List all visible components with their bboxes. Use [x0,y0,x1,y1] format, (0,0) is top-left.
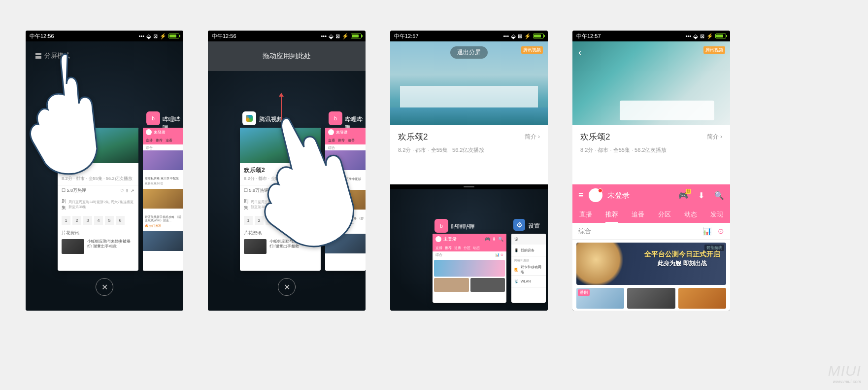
recent-app-settings[interactable]: 设 📱我的设备 网络和连接 📶双卡和移动网络 📡WLAN [511,234,546,303]
bilibili-tabs: 直播 推荐 追番 分区 动态 发现 [572,206,730,223]
phone-1-recents: 中午12:56 ••• ⬙ ⊠ ⚡ 分屏模式 欢乐颂2 8.2分 · 都市 · … [26,31,183,311]
video-title: 欢乐颂2 [580,131,610,142]
video-meta: 8.2分 · 都市 · 全55集 · 56.2亿次播放 [398,146,540,154]
video-grid: 番剧 [572,288,730,309]
recents-background: 拖动应用到此处 腾讯视频 欢乐颂2 8.2分 · 都市 · 全55集 · 56.… [208,41,366,311]
bilibili-header: ≡ 未登录 🎮新 ⬇ 🔍 [572,184,730,206]
recent-app-bilibili[interactable]: 未登录🎮⬇🔍 直播推荐追番分区动态 综合📊 ⊙ [433,234,506,303]
drag-arrow-icon [281,96,282,120]
video-title: 欢乐颂2 [398,131,428,142]
tab-bangumi[interactable]: 追番 [632,210,644,219]
split-mode-label: 分屏模式 [44,51,70,60]
recent-app-tencent[interactable]: 欢乐颂2 8.2分 · 都市 · 全55集 · 56.2亿次播放 ☐ 5.8万热… [58,128,138,271]
drop-zone[interactable]: 拖动应用到此处 [208,41,366,71]
recent-app-bilibili[interactable]: 未登录 直播推荐追番 综合 甜甜私房菜 第三季 中配版 更新至第16话 碧蓝航线… [325,128,366,271]
bilibili-subheader: 综合 📊 ⊙ [572,223,730,240]
banner-line1: 全平台公测今日正式开启 [644,249,720,259]
eps-note: 周日至周五晚24时更新2集, 周六7集连播更新至第38集 [68,200,134,210]
tencent-app-label: 腾讯视频 [259,115,283,124]
status-bar: 中午12:56 •••⬙⊠⚡ [208,31,366,41]
status-bar: 中午12:57 •••⬙⊠⚡ [572,31,730,41]
settings-item: 📶双卡和移动网络 [511,264,546,276]
settings-item: 📡WLAN [511,276,546,287]
phone-3-split-active: 中午12:57 •••⬙⊠⚡ 退出分屏 腾讯视频 欢乐颂2 简介 › 8.2分 … [390,31,548,311]
game-icon[interactable]: 🎮新 [678,191,688,200]
settings-item: 📱我的设备 [511,245,546,256]
news-thumb [62,239,84,254]
split-bottom-recents[interactable]: b 哔哩哔哩 未登录🎮⬇🔍 直播推荐追番分区动态 综合📊 ⊙ ⚙ 设置 设 📱我… [390,189,548,311]
status-bar: 中午12:56 ••• ⬙ ⊠ ⚡ [26,31,183,41]
video-player[interactable]: ‹ 腾讯视频 [572,41,730,125]
back-button[interactable]: ‹ [578,47,581,58]
bilibili-app-icon: b [434,219,448,233]
split-top-app-tencent[interactable]: ‹ 腾讯视频 欢乐颂2 简介 › 8.2分 · 都市 · 全55集 · 56.2… [572,41,730,184]
settings-app-icon: ⚙ [513,219,525,231]
bolt-icon: ⚡ [160,33,167,39]
promo-banner[interactable]: 碧蓝航线 全平台公测今日正式开启 此身为舰 即刻出战 [576,243,726,285]
split-bottom-app-bilibili[interactable]: ≡ 未登录 🎮新 ⬇ 🔍 直播 推荐 追番 分区 动态 发现 综合 📊 ⊙ 碧蓝… [572,184,730,311]
avatar[interactable] [589,188,602,202]
tab-live[interactable]: 直播 [579,210,592,219]
recent-app-bilibili[interactable]: 未登录 直播推荐追番 综合 甜甜私房菜 第三季 中配版 更新至第16话 碧蓝航线… [143,128,183,271]
drop-hint-label: 拖动应用到此处 [263,52,311,61]
video-meta: 8.2分 · 都市 · 全55集 · 56.2亿次播放 [58,176,138,185]
action-icons: ♡ ⇪ ↗ [120,188,134,193]
bilibili-app-icon: b [146,111,160,125]
battery-icon [168,34,179,38]
watermark-label: 腾讯视频 [521,46,543,54]
bilibili-app-icon: b [329,111,342,125]
sub-label[interactable]: 综合 [578,227,591,236]
settings-app-label: 设置 [528,222,540,230]
intro-button[interactable]: 简介 › [707,133,722,141]
video-thumbnail [58,128,138,163]
wifi-icon: ⬙ [146,33,151,39]
more-icon: ••• [138,33,144,39]
search-icon[interactable]: 🔍 [714,191,724,200]
download-icon[interactable]: ⬇ [698,191,704,200]
exit-split-button[interactable]: 退出分屏 [450,46,488,59]
rank-icon[interactable]: 📊 [702,227,712,236]
video-title: 欢乐颂2 [58,163,138,176]
banner-line2: 此身为舰 即刻出战 [644,259,720,268]
news-item[interactable]: 小蚯蚓应勤与未婚妻被暴打! 谢童出手相救 [58,236,138,257]
phone-4-split-bilibili: 中午12:57 •••⬙⊠⚡ ‹ 腾讯视频 欢乐颂2 简介 › 8.2分 · 都… [572,31,730,311]
eps-label: 剧集 [62,198,68,211]
clips-label: 片花资讯 [58,228,138,236]
intro-button[interactable]: 简介 › [525,133,540,141]
phone-2-drag-to-split: 中午12:56 •••⬙⊠⚡ 拖动应用到此处 腾讯视频 欢乐颂2 8.2分 · … [208,31,366,311]
tab-recommend[interactable]: 推荐 [605,210,618,219]
watermark-label: 腾讯视频 [703,46,725,54]
recents-background: 分屏模式 欢乐颂2 8.2分 · 都市 · 全55集 · 56.2亿次播放 ☐ … [26,41,183,311]
episode-grid[interactable]: 123456 [58,213,138,228]
video-tile[interactable] [678,288,726,309]
tile-tag: 番剧 [578,289,590,296]
bilibili-app-label: 哔哩哔哩 [451,223,475,231]
charge-icon: ⊠ [153,33,158,39]
clear-all-button[interactable]: ✕ [278,278,296,296]
status-time: 中午12:57 [576,33,601,40]
video-player[interactable]: 退出分屏 腾讯视频 [390,41,548,125]
recent-app-tencent[interactable]: 欢乐颂2 8.2分 · 都市 · 全55集 · 56.2亿次播放 ☐ 5.8万热… [240,128,321,271]
tag-icon[interactable]: ⊙ [718,227,724,236]
split-icon [35,53,41,59]
split-divider[interactable] [390,184,548,189]
comments-label: ☐ 5.8万热评 [62,187,86,194]
tencent-app-icon [242,111,256,125]
tab-discover[interactable]: 发现 [710,210,723,219]
miui-watermark: MIUI www.miui.com [828,362,861,384]
status-time: 中午12:57 [394,33,419,40]
status-time: 中午12:56 [212,33,236,40]
status-bar: 中午12:57 •••⬙⊠⚡ [390,31,548,41]
clear-all-button[interactable]: ✕ [96,278,113,296]
video-tile[interactable] [627,288,675,309]
login-label[interactable]: 未登录 [607,191,668,200]
video-meta: 8.2分 · 都市 · 全55集 · 56.2亿次播放 [580,146,722,154]
tab-category[interactable]: 分区 [658,210,671,219]
split-top-app-tencent[interactable]: 退出分屏 腾讯视频 欢乐颂2 简介 › 8.2分 · 都市 · 全55集 · 5… [390,41,548,184]
video-tile[interactable]: 番剧 [576,288,624,309]
split-mode-button[interactable]: 分屏模式 [35,51,70,60]
menu-icon[interactable]: ≡ [578,190,584,201]
tab-feed[interactable]: 动态 [684,210,697,219]
status-time: 中午12:56 [30,33,54,40]
news-text: 小蚯蚓应勤与未婚妻被暴打! 谢童出手相救 [87,239,134,254]
